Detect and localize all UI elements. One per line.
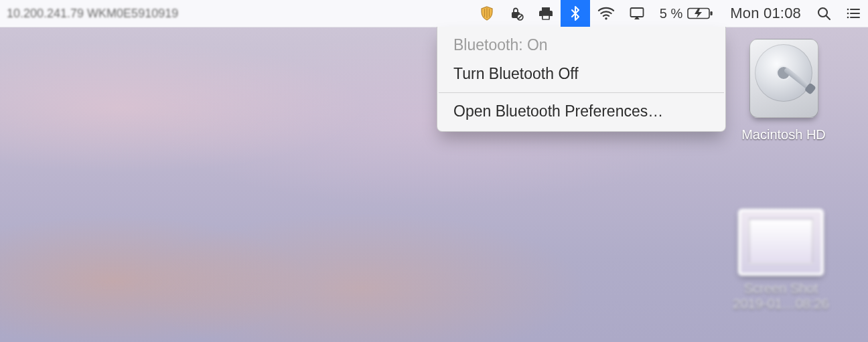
clock-text: Mon 01:08	[730, 5, 801, 22]
svg-point-12	[847, 13, 849, 15]
svg-point-4	[605, 17, 607, 20]
menu-separator	[439, 92, 724, 93]
desktop-icon-label: Screen Shot 2019-01…08:26	[727, 281, 835, 312]
desktop-icon-screenshot[interactable]: Screen Shot 2019-01…08:26	[727, 209, 835, 312]
screenshot-thumbnail-icon	[738, 209, 824, 276]
bluetooth-preferences-item[interactable]: Open Bluetooth Preferences…	[437, 97, 725, 126]
menubar-right: 5 % Mon 01:08	[472, 0, 868, 27]
battery-percent-label: 5 %	[660, 6, 682, 21]
svg-point-14	[847, 17, 849, 19]
shield-icon[interactable]	[472, 0, 502, 27]
clock[interactable]: Mon 01:08	[722, 0, 809, 27]
bluetooth-status-item: Bluetooth: On	[437, 31, 725, 60]
desktop-icon-macintosh-hd[interactable]: Macintosh HD	[730, 35, 837, 143]
lock-blocked-icon[interactable]	[502, 0, 531, 27]
spotlight-icon[interactable]	[809, 0, 839, 27]
svg-rect-5	[630, 8, 643, 17]
svg-line-9	[826, 16, 830, 19]
desktop[interactable]: 10.200.241.79 WKM0E5910919	[0, 0, 868, 342]
svg-point-8	[818, 8, 827, 17]
svg-rect-7	[711, 11, 713, 15]
svg-point-10	[847, 9, 849, 11]
notification-center-icon[interactable]	[839, 0, 868, 27]
bluetooth-icon[interactable]	[561, 0, 590, 27]
svg-rect-3	[542, 15, 549, 19]
hard-drive-icon	[745, 35, 822, 122]
airplay-icon[interactable]	[622, 0, 652, 27]
bluetooth-menu: Bluetooth: On Turn Bluetooth Off Open Bl…	[437, 27, 726, 132]
battery-charging-icon	[687, 7, 714, 20]
menu-bar: 10.200.241.79 WKM0E5910919	[0, 0, 868, 27]
menubar-left-text: 10.200.241.79 WKM0E5910919	[0, 7, 185, 21]
printer-icon[interactable]	[531, 0, 561, 27]
battery-status[interactable]: 5 %	[652, 0, 722, 27]
desktop-icon-label: Macintosh HD	[741, 127, 826, 143]
bluetooth-toggle-item[interactable]: Turn Bluetooth Off	[437, 60, 725, 88]
wifi-icon[interactable]	[590, 0, 622, 27]
